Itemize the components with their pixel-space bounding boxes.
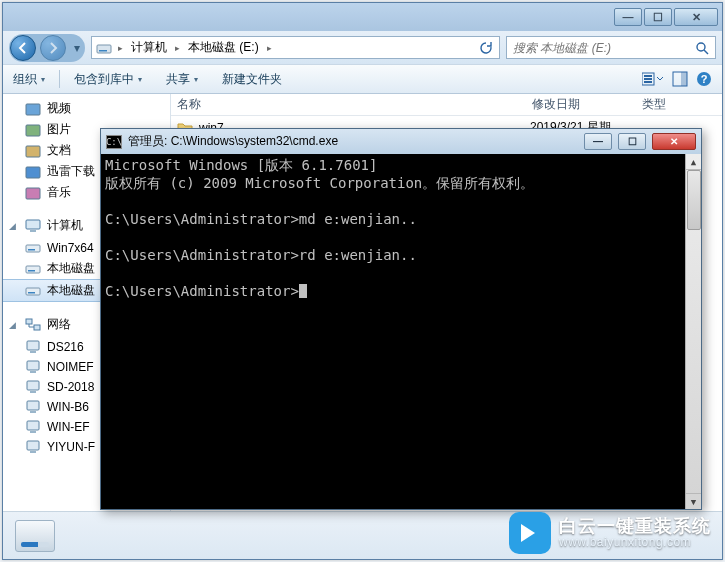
- svg-rect-24: [28, 292, 35, 294]
- cmd-cursor: [299, 284, 307, 298]
- host-icon: [25, 359, 41, 375]
- history-dropdown[interactable]: ▾: [70, 41, 84, 55]
- breadcrumb-sep-icon: ▸: [118, 43, 123, 53]
- svg-rect-7: [644, 81, 652, 83]
- svg-rect-13: [26, 125, 40, 136]
- new-folder-button[interactable]: 新建文件夹: [222, 71, 282, 88]
- svg-rect-1: [99, 50, 107, 52]
- toolbar: 组织▾ 包含到库中▾ 共享▾ 新建文件夹 ?: [3, 64, 722, 94]
- svg-rect-15: [26, 167, 40, 178]
- cmd-title-text: 管理员: C:\Windows\system32\cmd.exe: [128, 133, 338, 150]
- svg-rect-30: [30, 371, 36, 373]
- svg-rect-34: [30, 411, 36, 413]
- sidebar-item-library[interactable]: 视频: [3, 98, 170, 119]
- sidebar-item-label: DS216: [47, 340, 84, 354]
- explorer-titlebar[interactable]: — ☐ ✕: [3, 3, 722, 31]
- drive-small-icon: [25, 240, 41, 256]
- sidebar-item-label: WIN-B6: [47, 400, 89, 414]
- drive-summary-icon: [15, 520, 55, 552]
- sidebar-item-label: 迅雷下载: [47, 163, 95, 180]
- sidebar-item-label: 文档: [47, 142, 71, 159]
- sidebar-item-label: 本地磁盘: [47, 260, 95, 277]
- library-icon: [25, 164, 41, 180]
- svg-rect-6: [644, 78, 652, 80]
- column-date[interactable]: 修改日期: [532, 96, 642, 113]
- sidebar-item-label: 图片: [47, 121, 71, 138]
- sidebar-item-label: Win7x64: [47, 241, 94, 255]
- breadcrumb-part[interactable]: 计算机: [129, 39, 169, 56]
- scroll-down-icon[interactable]: ▼: [686, 493, 701, 509]
- breadcrumb-sep-icon: ▸: [175, 43, 180, 53]
- cmd-scrollbar[interactable]: ▲ ▼: [685, 154, 701, 509]
- address-bar: ▾ ▸ 计算机 ▸ 本地磁盘 (E:) ▸: [3, 31, 722, 64]
- host-icon: [25, 439, 41, 455]
- help-icon[interactable]: ?: [696, 71, 712, 87]
- forward-button[interactable]: [40, 35, 66, 61]
- cmd-close-button[interactable]: ✕: [652, 133, 696, 150]
- sidebar-item-label: SD-2018: [47, 380, 94, 394]
- drive-small-icon: [25, 261, 41, 277]
- svg-rect-23: [26, 288, 40, 295]
- cmd-icon: C:\: [106, 135, 122, 149]
- cmd-maximize-button[interactable]: ☐: [618, 133, 646, 150]
- breadcrumb-part[interactable]: 本地磁盘 (E:): [186, 39, 261, 56]
- maximize-button[interactable]: ☐: [644, 8, 672, 26]
- host-icon: [25, 379, 41, 395]
- column-headers[interactable]: 名称 修改日期 类型: [171, 94, 722, 116]
- svg-rect-14: [26, 146, 40, 157]
- svg-rect-18: [30, 230, 36, 232]
- svg-rect-12: [26, 104, 40, 115]
- include-in-library-button[interactable]: 包含到库中▾: [74, 71, 142, 88]
- watermark-url: www.baiyunxitong.com: [559, 536, 691, 550]
- column-type[interactable]: 类型: [642, 96, 722, 113]
- sidebar-computer-label: 计算机: [47, 217, 83, 234]
- scroll-up-icon[interactable]: ▲: [686, 154, 701, 170]
- svg-rect-21: [26, 266, 40, 273]
- host-icon: [25, 339, 41, 355]
- breadcrumb[interactable]: ▸ 计算机 ▸ 本地磁盘 (E:) ▸: [91, 36, 500, 59]
- library-icon: [25, 122, 41, 138]
- svg-rect-16: [26, 188, 40, 199]
- svg-rect-38: [30, 451, 36, 453]
- svg-rect-26: [34, 325, 40, 330]
- svg-rect-28: [30, 351, 36, 353]
- sidebar-item-label: 音乐: [47, 184, 71, 201]
- svg-rect-31: [27, 381, 39, 390]
- column-name[interactable]: 名称: [177, 96, 532, 113]
- svg-point-2: [697, 43, 705, 51]
- search-box[interactable]: [506, 36, 716, 59]
- watermark-text: 白云一键重装系统: [559, 516, 711, 537]
- cmd-body[interactable]: Microsoft Windows [版本 6.1.7601] 版权所有 (c)…: [101, 154, 701, 509]
- svg-rect-32: [30, 391, 36, 393]
- search-input[interactable]: [513, 41, 695, 55]
- search-icon[interactable]: [695, 41, 709, 55]
- drive-icon: [96, 40, 112, 56]
- computer-icon: [25, 218, 41, 234]
- cmd-minimize-button[interactable]: —: [584, 133, 612, 150]
- breadcrumb-sep-icon: ▸: [267, 43, 272, 53]
- share-button[interactable]: 共享▾: [166, 71, 198, 88]
- scroll-thumb[interactable]: [687, 170, 701, 230]
- svg-rect-35: [27, 421, 39, 430]
- sidebar-item-label: 本地磁盘: [47, 282, 95, 299]
- network-icon: [25, 317, 41, 333]
- organize-button[interactable]: 组织▾: [13, 71, 45, 88]
- back-button[interactable]: [10, 35, 36, 61]
- preview-pane-button[interactable]: [672, 71, 688, 87]
- library-icon: [25, 101, 41, 117]
- collapse-icon: ◢: [9, 320, 19, 330]
- cmd-titlebar[interactable]: C:\ 管理员: C:\Windows\system32\cmd.exe — ☐…: [101, 129, 701, 154]
- svg-rect-9: [681, 72, 687, 86]
- refresh-icon[interactable]: [477, 41, 495, 55]
- minimize-button[interactable]: —: [614, 8, 642, 26]
- svg-rect-20: [28, 249, 35, 251]
- svg-text:?: ?: [701, 73, 708, 85]
- svg-rect-5: [644, 75, 652, 77]
- watermark-icon: [509, 512, 551, 554]
- library-icon: [25, 185, 41, 201]
- svg-rect-36: [30, 431, 36, 433]
- watermark: 白云一键重装系统 www.baiyunxitong.com: [509, 512, 711, 554]
- close-button[interactable]: ✕: [674, 8, 718, 26]
- view-mode-button[interactable]: [642, 71, 664, 87]
- cmd-window: C:\ 管理员: C:\Windows\system32\cmd.exe — ☐…: [100, 128, 702, 510]
